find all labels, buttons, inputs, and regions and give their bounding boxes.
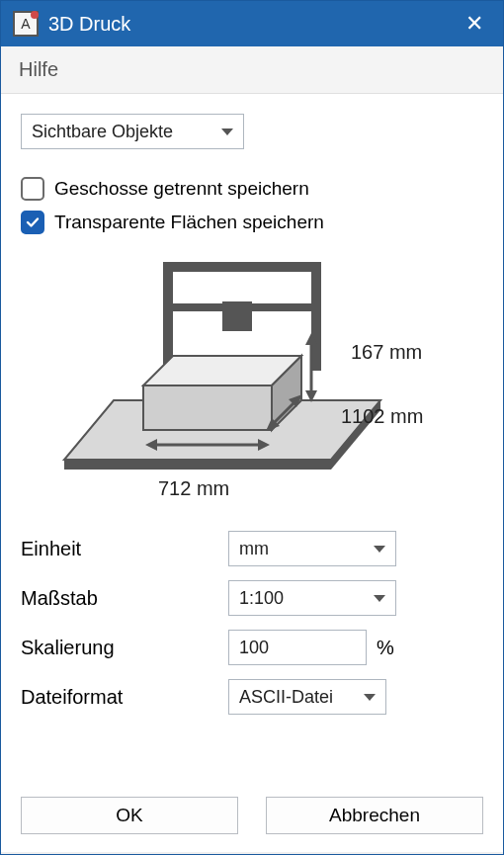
printer-diagram: 167 mm 1102 mm 712 mm: [44, 262, 460, 509]
unit-dropdown[interactable]: mm: [228, 531, 396, 566]
close-icon[interactable]: ✕: [458, 7, 491, 41]
checkbox-transparent-faces-row[interactable]: Transparente Flächen speichern: [21, 211, 483, 234]
scale-dropdown-value: 1:100: [239, 588, 284, 609]
svg-marker-8: [143, 385, 272, 430]
objects-dropdown[interactable]: Sichtbare Objekte: [21, 114, 244, 149]
window-title: 3D Druck: [48, 13, 458, 36]
chevron-down-icon: [374, 595, 385, 602]
checkbox-separate-storeys-row[interactable]: Geschosse getrennt speichern: [21, 177, 483, 201]
scaling-suffix: %: [377, 637, 394, 659]
row-unit: Einheit mm: [21, 531, 483, 566]
objects-dropdown-value: Sichtbare Objekte: [32, 122, 173, 142]
menu-help[interactable]: Hilfe: [19, 58, 58, 80]
format-dropdown[interactable]: ASCII-Datei: [228, 679, 386, 715]
dimension-depth: 1102 mm: [341, 405, 423, 428]
cancel-button[interactable]: Abbrechen: [266, 797, 483, 834]
chevron-down-icon: [221, 128, 233, 135]
scaling-input-value: 100: [239, 638, 269, 658]
label-format: Dateiformat: [21, 686, 228, 709]
dimension-height: 167 mm: [351, 341, 422, 364]
row-scaling: Skalierung 100 %: [21, 630, 483, 665]
app-icon: A: [13, 11, 39, 37]
svg-rect-7: [222, 301, 252, 331]
dialog-content: Sichtbare Objekte Geschosse getrennt spe…: [1, 94, 503, 852]
chevron-down-icon: [374, 546, 385, 553]
format-dropdown-value: ASCII-Datei: [239, 687, 333, 708]
checkbox-transparent-faces-label: Transparente Flächen speichern: [54, 212, 324, 233]
label-scaling: Skalierung: [21, 637, 228, 659]
titlebar: A 3D Druck ✕: [1, 1, 503, 46]
checkbox-separate-storeys-label: Geschosse getrennt speichern: [54, 178, 309, 200]
row-scale: Maßstab 1:100: [21, 580, 483, 616]
checkbox-separate-storeys[interactable]: [21, 177, 44, 201]
printer-diagram-container: 167 mm 1102 mm 712 mm: [21, 262, 483, 509]
svg-marker-1: [64, 460, 331, 470]
scale-dropdown[interactable]: 1:100: [228, 580, 396, 616]
checkbox-transparent-faces[interactable]: [21, 211, 44, 234]
row-format: Dateiformat ASCII-Datei: [21, 679, 483, 715]
label-unit: Einheit: [21, 538, 228, 560]
button-bar: OK Abbrechen: [21, 779, 483, 834]
label-scale: Maßstab: [21, 587, 228, 610]
menubar: Hilfe: [1, 46, 503, 94]
dimension-width: 712 mm: [158, 477, 229, 500]
scaling-input[interactable]: 100: [228, 630, 367, 665]
chevron-down-icon: [364, 694, 376, 701]
unit-dropdown-value: mm: [239, 539, 269, 559]
svg-rect-5: [163, 262, 321, 272]
ok-button[interactable]: OK: [21, 797, 238, 834]
